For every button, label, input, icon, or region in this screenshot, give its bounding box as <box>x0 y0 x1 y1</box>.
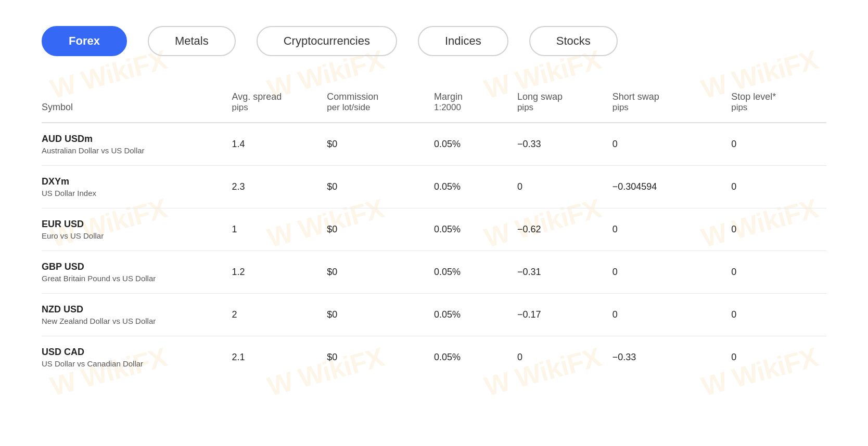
table-row: EUR USD Euro vs US Dollar 1 $0 0.05% −0.… <box>42 208 826 251</box>
cell-margin-4: 0.05% <box>434 294 517 336</box>
col-header-commission: Commission per lot/side <box>327 82 434 123</box>
cell-margin-5: 0.05% <box>434 336 517 379</box>
tab-forex[interactable]: Forex <box>42 26 127 56</box>
cell-symbol-5: USD CAD US Dollar vs Canadian Dollar <box>42 336 232 379</box>
cell-margin-0: 0.05% <box>434 123 517 166</box>
cell-spread-5: 2.1 <box>232 336 327 379</box>
cell-shortswap-0: 0 <box>612 123 731 166</box>
cell-stoplevel-2: 0 <box>731 208 826 251</box>
page-wrapper: Forex Metals Cryptocurrencies Indices St… <box>0 0 868 410</box>
cell-spread-1: 2.3 <box>232 166 327 208</box>
tab-indices[interactable]: Indices <box>418 26 508 56</box>
symbol-name-5: USD CAD <box>42 347 224 358</box>
cell-spread-2: 1 <box>232 208 327 251</box>
cell-shortswap-5: −0.33 <box>612 336 731 379</box>
cell-commission-4: $0 <box>327 294 434 336</box>
cell-commission-2: $0 <box>327 208 434 251</box>
tab-cryptocurrencies[interactable]: Cryptocurrencies <box>257 26 397 56</box>
tab-stocks[interactable]: Stocks <box>529 26 618 56</box>
cell-longswap-4: −0.17 <box>517 294 612 336</box>
cell-commission-1: $0 <box>327 166 434 208</box>
symbol-name-3: GBP USD <box>42 261 224 272</box>
col-header-longswap: Long swap pips <box>517 82 612 123</box>
cell-shortswap-4: 0 <box>612 294 731 336</box>
cell-stoplevel-1: 0 <box>731 166 826 208</box>
col-header-spread: Avg. spread pips <box>232 82 327 123</box>
table-row: GBP USD Great Britain Pound vs US Dollar… <box>42 251 826 294</box>
col-header-stoplevel: Stop level* pips <box>731 82 826 123</box>
cell-stoplevel-0: 0 <box>731 123 826 166</box>
cell-shortswap-1: −0.304594 <box>612 166 731 208</box>
table-row: USD CAD US Dollar vs Canadian Dollar 2.1… <box>42 336 826 379</box>
cell-commission-5: $0 <box>327 336 434 379</box>
symbol-desc-4: New Zealand Dollar vs US Dollar <box>42 317 224 325</box>
cell-symbol-3: GBP USD Great Britain Pound vs US Dollar <box>42 251 232 294</box>
cell-longswap-1: 0 <box>517 166 612 208</box>
cell-spread-3: 1.2 <box>232 251 327 294</box>
symbol-desc-2: Euro vs US Dollar <box>42 231 224 240</box>
symbol-name-4: NZD USD <box>42 304 224 315</box>
cell-commission-3: $0 <box>327 251 434 294</box>
cell-spread-4: 2 <box>232 294 327 336</box>
table-row: DXYm US Dollar Index 2.3 $0 0.05% 0 −0.3… <box>42 166 826 208</box>
col-header-symbol: Symbol <box>42 82 232 123</box>
symbol-desc-1: US Dollar Index <box>42 189 224 198</box>
table-row: AUD USDm Australian Dollar vs US Dollar … <box>42 123 826 166</box>
cell-shortswap-3: 0 <box>612 251 731 294</box>
symbol-desc-5: US Dollar vs Canadian Dollar <box>42 359 224 368</box>
cell-symbol-2: EUR USD Euro vs US Dollar <box>42 208 232 251</box>
tab-metals[interactable]: Metals <box>148 26 236 56</box>
symbol-name-0: AUD USDm <box>42 134 224 145</box>
symbol-name-2: EUR USD <box>42 219 224 230</box>
cell-margin-2: 0.05% <box>434 208 517 251</box>
cell-longswap-5: 0 <box>517 336 612 379</box>
cell-symbol-0: AUD USDm Australian Dollar vs US Dollar <box>42 123 232 166</box>
cell-longswap-2: −0.62 <box>517 208 612 251</box>
symbol-desc-0: Australian Dollar vs US Dollar <box>42 146 224 155</box>
cell-spread-0: 1.4 <box>232 123 327 166</box>
col-header-margin: Margin 1:2000 <box>434 82 517 123</box>
symbol-desc-3: Great Britain Pound vs US Dollar <box>42 274 224 283</box>
cell-stoplevel-4: 0 <box>731 294 826 336</box>
table-header-row: Symbol Avg. spread pips Commission per l… <box>42 82 826 123</box>
cell-commission-0: $0 <box>327 123 434 166</box>
tab-navigation: Forex Metals Cryptocurrencies Indices St… <box>42 26 826 56</box>
table-row: NZD USD New Zealand Dollar vs US Dollar … <box>42 294 826 336</box>
cell-symbol-1: DXYm US Dollar Index <box>42 166 232 208</box>
cell-symbol-4: NZD USD New Zealand Dollar vs US Dollar <box>42 294 232 336</box>
symbol-name-1: DXYm <box>42 176 224 187</box>
cell-stoplevel-5: 0 <box>731 336 826 379</box>
cell-longswap-3: −0.31 <box>517 251 612 294</box>
cell-longswap-0: −0.33 <box>517 123 612 166</box>
forex-table: Symbol Avg. spread pips Commission per l… <box>42 82 826 378</box>
cell-margin-3: 0.05% <box>434 251 517 294</box>
cell-stoplevel-3: 0 <box>731 251 826 294</box>
cell-shortswap-2: 0 <box>612 208 731 251</box>
col-header-shortswap: Short swap pips <box>612 82 731 123</box>
cell-margin-1: 0.05% <box>434 166 517 208</box>
